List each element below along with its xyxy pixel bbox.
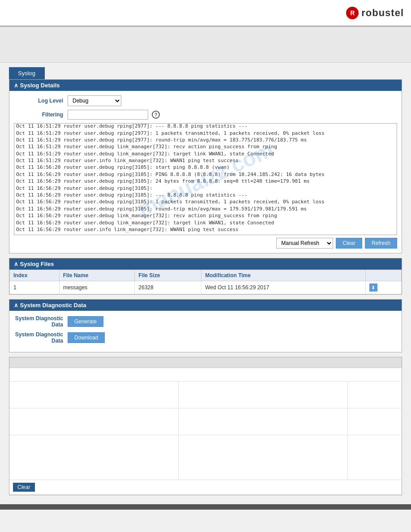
refresh-button[interactable]: Refresh bbox=[365, 238, 397, 249]
bottom-row-3 bbox=[9, 408, 402, 435]
log-level-select[interactable]: Debug Info Notice Warning Error bbox=[68, 95, 121, 106]
generate-control: Generate bbox=[68, 316, 103, 327]
download-control: Download bbox=[68, 332, 105, 343]
col-modtime: Modification Time bbox=[201, 270, 366, 281]
col-index: Index bbox=[10, 270, 60, 281]
footer-bar bbox=[0, 504, 411, 510]
refresh-mode-select[interactable]: Manual Refresh Auto Refresh 5s Auto Refr… bbox=[276, 238, 333, 249]
log-line: Oct 11 16:56:29 router user.debug rping[… bbox=[16, 185, 395, 192]
col-action bbox=[365, 270, 401, 281]
clear-button[interactable]: Clear bbox=[336, 238, 362, 249]
log-level-row: Log Level Debug Info Notice Warning Erro… bbox=[14, 95, 397, 106]
table-header-row: Index File Name File Size Modification T… bbox=[10, 270, 402, 281]
generate-row: System Diagnostic Data Generate bbox=[14, 315, 397, 328]
table-row: 1 messages 26328 Wed Oct 11 16:56:29 201… bbox=[10, 281, 402, 294]
bottom-cell-8 bbox=[179, 435, 348, 480]
bottom-cell-7 bbox=[9, 435, 179, 480]
log-line: Oct 11 16:51:29 router user.info link_ma… bbox=[16, 157, 395, 164]
system-diagnostic-header: ∧ System Diagnostic Data bbox=[9, 300, 402, 311]
main-content: Syslog ∧ Syslog Details Log Level Debug … bbox=[0, 63, 411, 500]
log-line: Oct 11 16:56:29 router user.debug rping[… bbox=[16, 171, 395, 178]
log-line: Oct 11 16:51:29 router user.debug rping[… bbox=[16, 130, 395, 137]
cell-filename: messages bbox=[59, 281, 135, 294]
bottom-controls: Clear bbox=[9, 480, 402, 495]
download-file-icon[interactable]: ⬇ bbox=[369, 283, 377, 292]
bottom-section: Clear bbox=[9, 357, 402, 495]
bottom-header-row bbox=[9, 357, 402, 368]
filtering-label: Filtering bbox=[14, 112, 68, 118]
filtering-input[interactable] bbox=[68, 110, 148, 120]
cell-modtime: Wed Oct 11 16:56:29 2017 bbox=[201, 281, 366, 294]
cell-filesize: 26328 bbox=[135, 281, 201, 294]
syslog-details-body: Log Level Debug Info Notice Warning Erro… bbox=[9, 91, 402, 253]
syslog-files-body: Index File Name File Size Modification T… bbox=[9, 270, 402, 294]
bottom-row-2 bbox=[9, 382, 402, 408]
log-wrapper: manualzz.com Oct 11 16:48:28 router user… bbox=[14, 123, 397, 235]
syslog-files-section: ∧ Syslog Files Index File Name File Size… bbox=[9, 258, 402, 295]
download-button[interactable]: Download bbox=[68, 332, 105, 343]
system-diagnostic-body: System Diagnostic Data Generate System D… bbox=[9, 311, 402, 352]
logo-icon: R bbox=[346, 7, 359, 19]
col-filesize: File Size bbox=[135, 270, 201, 281]
bottom-row-4 bbox=[9, 435, 402, 480]
log-line: Oct 11 16:51:29 router user.debug link_m… bbox=[16, 143, 395, 150]
nav-area bbox=[0, 27, 411, 63]
log-level-label: Log Level bbox=[14, 98, 68, 104]
bottom-cell-2 bbox=[179, 382, 348, 408]
log-line: Oct 11 16:51:29 router user.debug link_m… bbox=[16, 150, 395, 157]
system-diagnostic-section: ∧ System Diagnostic Data System Diagnost… bbox=[9, 299, 402, 352]
logo-letter: R bbox=[350, 9, 355, 17]
log-line: Oct 11 16:51:29 router user.debug rping[… bbox=[16, 123, 395, 130]
bottom-cell-6 bbox=[348, 408, 402, 435]
log-area[interactable]: Oct 11 16:48:28 router user.debug link_m… bbox=[14, 123, 397, 235]
log-line: Oct 11 16:51:29 router user.debug rping[… bbox=[16, 137, 395, 143]
bottom-cell-4 bbox=[9, 408, 179, 435]
cell-index: 1 bbox=[10, 281, 60, 294]
bottom-row-1 bbox=[9, 368, 402, 382]
tabs: Syslog bbox=[9, 67, 402, 79]
bottom-cell-1 bbox=[9, 382, 179, 408]
filtering-control: ? bbox=[68, 110, 160, 120]
generate-button[interactable]: Generate bbox=[68, 316, 103, 327]
log-line: Oct 11 16:56:29 router user.debug link_m… bbox=[16, 212, 395, 219]
cell-download[interactable]: ⬇ bbox=[365, 281, 401, 294]
filtering-help-icon[interactable]: ? bbox=[152, 111, 160, 119]
syslog-files-table: Index File Name File Size Modification T… bbox=[9, 270, 402, 294]
bottom-cell-3 bbox=[348, 382, 402, 408]
log-line: Oct 11 16:56:29 router user.debug rping[… bbox=[16, 192, 395, 198]
log-line: Oct 11 16:56:20 router user.debug rping[… bbox=[16, 164, 395, 171]
logo: R robustel bbox=[346, 7, 404, 19]
log-line: Oct 11 16:56:29 router user.debug link_m… bbox=[16, 219, 395, 226]
syslog-files-header: ∧ Syslog Files bbox=[9, 258, 402, 270]
bottom-cell-5 bbox=[179, 408, 348, 435]
log-line: Oct 11 16:56:29 router user.info link_ma… bbox=[16, 226, 395, 233]
log-level-control: Debug Info Notice Warning Error bbox=[68, 95, 121, 106]
syslog-details-section: ∧ Syslog Details Log Level Debug Info No… bbox=[9, 79, 402, 253]
log-line: Oct 11 16:56:29 router user.debug rping[… bbox=[16, 178, 395, 184]
syslog-details-header: ∧ Syslog Details bbox=[9, 80, 402, 91]
bottom-clear-button[interactable]: Clear bbox=[13, 483, 35, 492]
log-line: Oct 11 16:56:29 router user.debug rping[… bbox=[16, 198, 395, 205]
log-controls: Manual Refresh Auto Refresh 5s Auto Refr… bbox=[14, 238, 397, 249]
bottom-cell-9 bbox=[348, 435, 402, 480]
log-line: Oct 11 16:56:29 router user.debug rping[… bbox=[16, 206, 395, 212]
col-filename: File Name bbox=[59, 270, 135, 281]
download-label: System Diagnostic Data bbox=[14, 331, 68, 344]
filtering-row: Filtering ? bbox=[14, 110, 397, 120]
logo-name: robustel bbox=[361, 7, 404, 19]
generate-label: System Diagnostic Data bbox=[14, 315, 68, 328]
tab-syslog[interactable]: Syslog bbox=[9, 67, 45, 79]
download-row: System Diagnostic Data Download bbox=[14, 331, 397, 344]
header: R robustel bbox=[0, 0, 411, 27]
